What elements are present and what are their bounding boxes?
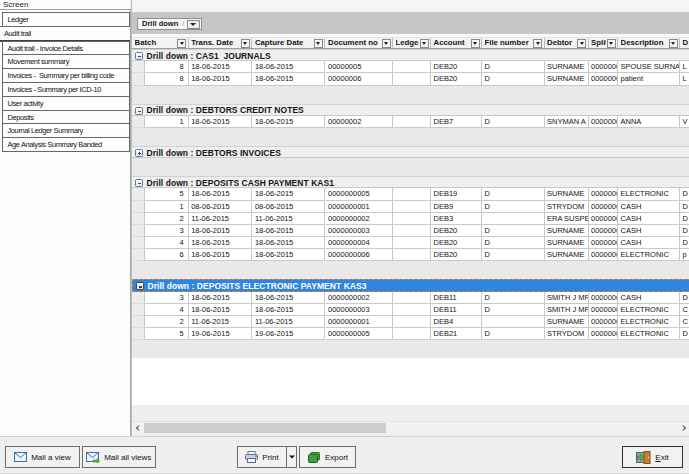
cell-desc: SPOUSE SURNAME (618, 61, 680, 73)
column-header-account[interactable]: Account (431, 38, 482, 48)
cell-extra: D (680, 201, 689, 213)
column-header-batch[interactable]: Batch (132, 38, 189, 48)
column-filter-button[interactable] (241, 39, 250, 48)
column-filter-button[interactable] (314, 39, 323, 48)
cell-ledger (393, 73, 431, 85)
cell-extra: D (680, 292, 689, 304)
grid-area: Drill down/ BatchTrans. DateCapture Date… (131, 0, 689, 436)
chevron-down-icon (580, 42, 584, 45)
expand-plus-icon[interactable] (135, 149, 143, 157)
column-filter-button[interactable] (382, 39, 391, 48)
table-row[interactable]: 211-06-201511-06-20150000000002DEB3ERA S… (132, 213, 689, 225)
cell-docno: 0000000005 (326, 188, 394, 200)
sidebar-item-deposits[interactable]: Deposits (2, 110, 130, 125)
print-button[interactable]: Print (238, 447, 286, 467)
sidebar-item-ledger[interactable]: Ledger (2, 12, 130, 27)
column-filter-button[interactable] (577, 39, 586, 48)
collapse-minus-icon[interactable] (135, 179, 143, 187)
cell-account: DEB20 (431, 73, 482, 85)
group-indent-cell (132, 304, 145, 316)
chevron-down-icon (190, 23, 196, 26)
group-row[interactable]: Drill down : DEPOSITS CASH PAYMENT KAS1 (132, 176, 689, 188)
cell-trans: 18-06-2015 (189, 292, 253, 304)
group-row[interactable]: Drill down : DEPOSITS ELECTRONIC PAYMENT… (132, 279, 689, 291)
column-filter-button[interactable] (533, 39, 542, 48)
cell-debtor: SURNAME (545, 188, 589, 200)
group-indent-cell (132, 116, 145, 128)
grouped-column-filter-button[interactable] (187, 20, 200, 30)
scroll-right-arrow[interactable] (678, 422, 689, 434)
column-filter-button[interactable] (177, 39, 186, 48)
column-filter-button[interactable] (471, 39, 480, 48)
cell-desc: ELECTRONIC (618, 328, 680, 340)
table-row[interactable]: 211-06-201511-06-20150000000001DEB4SURNA… (132, 316, 689, 328)
cell-desc: CASH (618, 225, 680, 237)
cell-filenum: D (482, 237, 545, 249)
table-row[interactable]: 518-06-201518-06-20150000000005DEB19DSUR… (132, 188, 689, 200)
group-title: Drill down : CAS1 JOURNALS (147, 51, 271, 61)
collapse-minus-icon[interactable] (135, 107, 143, 115)
sidebar-item-audit-trail-invoice-details[interactable]: Audit trail - Invoice Details (2, 41, 130, 56)
cell-filenum: D (482, 73, 545, 85)
group-title: Drill down : DEPOSITS ELECTRONIC PAYMENT… (148, 281, 367, 291)
collapse-minus-icon[interactable] (136, 282, 144, 290)
sidebar: Screen LedgerAudit trailAudit trail - In… (0, 0, 130, 436)
printer-icon (245, 451, 258, 463)
column-header-split[interactable]: Split (589, 38, 619, 48)
export-button[interactable]: Export (299, 446, 356, 468)
sidebar-item-invoices-summary-per-icd-10[interactable]: Invoices - Summary per ICD-10 (2, 82, 130, 97)
column-header-extra[interactable]: D (680, 38, 689, 48)
table-row[interactable]: 318-06-201518-06-20150000000002DEB11DSMI… (132, 292, 689, 304)
column-caption: Debtor (547, 38, 576, 48)
group-indent-cell (132, 201, 145, 213)
mail-a-view-button[interactable]: Mail a view (5, 446, 80, 468)
table-row[interactable]: 418-06-201518-06-20150000000004DEB20DSUR… (132, 237, 689, 249)
column-header-ledger[interactable]: Ledger (393, 38, 431, 48)
horizontal-scrollbar[interactable] (132, 421, 689, 433)
column-header-debtor[interactable]: Debtor (545, 38, 589, 48)
column-caption: Ledger (396, 38, 419, 48)
cell-debtor: SURNAME (545, 225, 589, 237)
cell-capture: 18-06-2015 (252, 188, 325, 200)
scrollbar-thumb[interactable] (144, 423, 386, 433)
column-filter-button[interactable] (607, 39, 616, 48)
table-row[interactable]: 818-06-201518-06-201500000005DEB20DSURNA… (132, 61, 689, 73)
print-dropdown-button[interactable] (286, 447, 296, 467)
column-header-trans[interactable]: Trans. Date (189, 38, 253, 48)
cell-batch: 5 (145, 188, 189, 200)
column-header-desc[interactable]: Description (618, 38, 680, 48)
group-row[interactable]: Drill down : DEBTORS INVOICES (132, 146, 689, 158)
column-header-capture[interactable]: Capture Date (252, 38, 325, 48)
scroll-left-arrow[interactable] (132, 422, 144, 434)
table-row[interactable]: 818-06-201518-06-201500000006DEB20DSURNA… (132, 73, 689, 85)
cell-extra: V (680, 116, 689, 128)
cell-capture: 18-06-2015 (252, 225, 325, 237)
column-filter-button[interactable] (669, 39, 678, 48)
collapse-minus-icon[interactable] (135, 52, 143, 60)
table-row[interactable]: 618-06-201518-06-20150000000006DEB20DSUR… (132, 249, 689, 261)
table-row[interactable]: 418-06-201518-06-20150000000003DEB11DSMI… (132, 304, 689, 316)
mail-all-views-button[interactable]: Mail all views (82, 446, 157, 468)
sidebar-item-movement-summary[interactable]: Movement summary (2, 54, 130, 69)
column-caption: Capture Date (255, 38, 313, 48)
column-filter-button[interactable] (420, 39, 429, 48)
table-row[interactable]: 108-06-201508-06-20150000000001DEB9DSTRY… (132, 201, 689, 213)
table-row[interactable]: 118-06-201518-06-201500000002DEB7DSNYMAN… (132, 116, 689, 128)
sidebar-item-journal-ledger-summary[interactable]: Journal Ledger Summary (2, 123, 130, 138)
exit-button[interactable]: Exit (622, 446, 683, 468)
sidebar-item-age-analysis-summary-banded[interactable]: Age Analysis Summary Banded (2, 137, 130, 152)
table-row[interactable]: 318-06-201518-06-20150000000003DEB20DSUR… (132, 225, 689, 237)
grouped-column-button[interactable]: Drill down/ (137, 18, 202, 31)
cell-trans: 19-06-2015 (189, 328, 253, 340)
table-row[interactable]: 519-06-201519-06-20150000000005DEB21DSTR… (132, 328, 689, 340)
column-header-docno[interactable]: Document no (326, 38, 394, 48)
cell-batch: 8 (145, 61, 189, 73)
sidebar-item-audit-trail[interactable]: Audit trail (0, 26, 131, 42)
chevron-down-icon (316, 42, 320, 45)
group-row[interactable]: Drill down : DEBTORS CREDIT NOTES (132, 104, 689, 116)
column-header-filenum[interactable]: File number (482, 38, 545, 48)
sidebar-item-user-activity[interactable]: User activity (2, 96, 130, 111)
sidebar-item-invoices-summary-per-billing-code[interactable]: Invoices - Summary per billing code (2, 68, 130, 83)
group-row[interactable]: Drill down : CAS1 JOURNALS (132, 49, 689, 61)
cell-desc: CASH (618, 201, 680, 213)
